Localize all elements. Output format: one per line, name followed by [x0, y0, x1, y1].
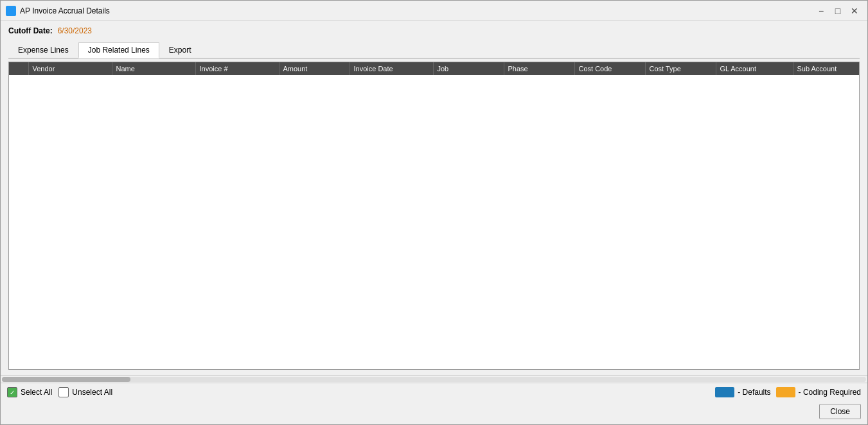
minimize-button[interactable]: − — [813, 4, 829, 17]
cutoff-row: Cutoff Date: 6/30/2023 — [8, 26, 860, 35]
unselect-all-label: Unselect All — [72, 388, 112, 397]
window-controls: − □ ✕ — [813, 4, 862, 17]
col-header-phase: Phase — [504, 62, 574, 75]
coding-required-label: - Coding Required — [799, 388, 861, 397]
close-window-button[interactable]: ✕ — [847, 4, 862, 17]
tab-job-related-lines[interactable]: Job Related Lines — [78, 42, 159, 58]
cutoff-value: 6/30/2023 — [58, 26, 92, 35]
col-header-sub-account: Sub Account — [793, 62, 860, 75]
col-header-amount: Amount — [279, 62, 350, 75]
bottom-bar: ✓ Select All Unselect All - Defaults - C… — [1, 383, 867, 401]
close-button[interactable]: Close — [819, 404, 861, 419]
col-header-vendor: Vendor — [28, 62, 112, 75]
select-all-checkbox[interactable]: ✓ — [7, 387, 17, 397]
col-header-gl-account: GL Account — [716, 62, 793, 75]
bottom-right: - Defaults - Coding Required — [715, 387, 861, 397]
content-area: Cutoff Date: 6/30/2023 Expense Lines Job… — [1, 21, 867, 375]
bottom-left: ✓ Select All Unselect All — [7, 387, 709, 397]
legend-defaults: - Defaults — [715, 387, 770, 397]
col-header-cost-code: Cost Code — [574, 62, 645, 75]
tab-expense-lines[interactable]: Expense Lines — [8, 42, 78, 58]
defaults-label: - Defaults — [738, 388, 770, 397]
tab-export[interactable]: Export — [159, 42, 201, 58]
col-header-select — [9, 62, 28, 75]
col-header-job: Job — [433, 62, 504, 75]
cutoff-label: Cutoff Date: — [8, 26, 53, 35]
scrollbar-track — [2, 377, 866, 382]
data-table: Vendor Name Invoice # Amount Invoice Dat… — [9, 62, 860, 75]
footer-actions: Close — [1, 401, 867, 424]
scrollbar-thumb[interactable] — [2, 377, 130, 382]
defaults-color-swatch — [715, 387, 734, 397]
main-window: AP Invoice Accrual Details − □ ✕ Cutoff … — [0, 0, 868, 425]
col-header-name: Name — [112, 62, 195, 75]
col-header-cost-type: Cost Type — [645, 62, 716, 75]
title-bar: AP Invoice Accrual Details − □ ✕ — [1, 1, 867, 21]
col-header-invoice-num: Invoice # — [195, 62, 279, 75]
coding-required-color-swatch — [776, 387, 795, 397]
app-icon — [6, 6, 16, 16]
select-all-label: Select All — [21, 388, 52, 397]
unselect-all-checkbox[interactable] — [58, 387, 69, 397]
tab-bar: Expense Lines Job Related Lines Export — [8, 42, 860, 59]
legend-coding-required: - Coding Required — [776, 387, 861, 397]
col-header-invoice-date: Invoice Date — [350, 62, 433, 75]
maximize-button[interactable]: □ — [830, 4, 846, 17]
window-title: AP Invoice Accrual Details — [20, 6, 813, 15]
unselect-all-button[interactable]: Unselect All — [58, 387, 112, 397]
select-all-button[interactable]: ✓ Select All — [7, 387, 52, 397]
table-header-row: Vendor Name Invoice # Amount Invoice Dat… — [9, 62, 860, 75]
horizontal-scrollbar[interactable] — [1, 375, 867, 383]
table-wrapper[interactable]: Vendor Name Invoice # Amount Invoice Dat… — [8, 62, 860, 370]
